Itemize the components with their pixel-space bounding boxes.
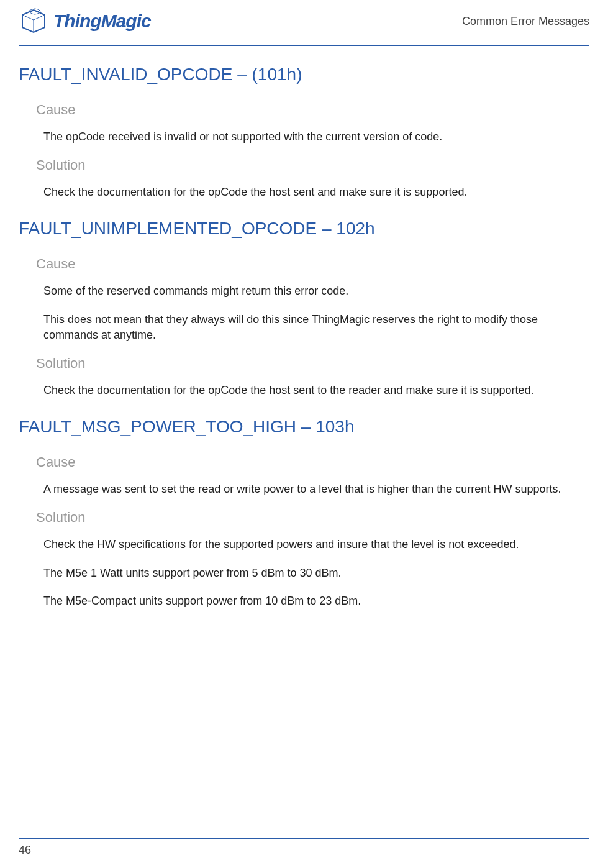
body-paragraph: Check the documentation for the opCode t… <box>43 185 589 200</box>
body-paragraph: Check the documentation for the opCode t… <box>43 383 589 398</box>
thingmagic-logo-icon <box>19 6 48 36</box>
sub-heading: Cause <box>36 454 589 470</box>
body-paragraph: The M5e-Compact units support power from… <box>43 593 589 609</box>
logo: ThingMagic <box>19 6 151 36</box>
header-section-label: Common Error Messages <box>462 15 589 28</box>
sub-heading: Solution <box>36 355 589 372</box>
body-paragraph: This does not mean that they always will… <box>43 312 589 343</box>
body-paragraph: A message was sent to set the read or wr… <box>43 482 589 497</box>
body-paragraph: The opCode received is invalid or not su… <box>43 129 589 145</box>
page-number: 46 <box>19 844 31 856</box>
fault-title: FAULT_UNIMPLEMENTED_OPCODE – 102h <box>19 219 589 239</box>
page-content: FAULT_INVALID_OPCODE – (101h)CauseThe op… <box>19 65 589 609</box>
sub-heading: Cause <box>36 102 589 118</box>
page-footer: 46 <box>19 838 589 857</box>
body-paragraph: Check the HW specifications for the supp… <box>43 537 589 552</box>
fault-title: FAULT_MSG_POWER_TOO_HIGH – 103h <box>19 417 589 437</box>
fault-title: FAULT_INVALID_OPCODE – (101h) <box>19 65 589 85</box>
sub-heading: Solution <box>36 509 589 526</box>
body-paragraph: The M5e 1 Watt units support power from … <box>43 565 589 581</box>
body-paragraph: Some of the reserved commands might retu… <box>43 283 589 299</box>
logo-text: ThingMagic <box>53 11 151 32</box>
page-header: ThingMagic Common Error Messages <box>19 6 589 46</box>
sub-heading: Solution <box>36 157 589 173</box>
sub-heading: Cause <box>36 256 589 272</box>
